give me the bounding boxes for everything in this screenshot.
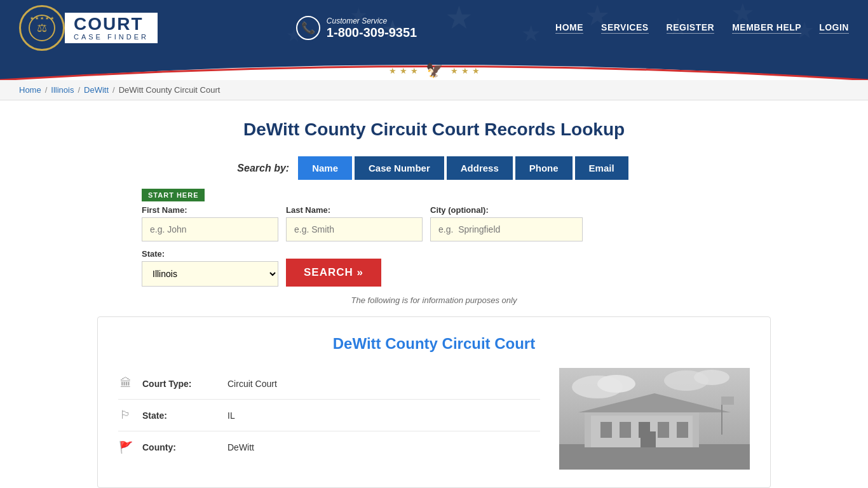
svg-rect-25 [677,422,688,438]
county-row: 🚩 County: DeWitt [118,431,540,463]
county-value: DeWitt [227,442,254,452]
logo-finder-text: CASE FINDER [74,33,149,41]
breadcrumb: Home / Illinois / DeWitt / DeWitt County… [19,85,849,95]
phone-icon: 📞 [296,16,320,40]
phone-number: 1-800-309-9351 [327,25,417,40]
last-name-group: Last Name: [286,205,423,241]
search-form-row: First Name: Last Name: City (optional): … [142,205,726,287]
state-group: State: Illinois Alabama Alaska Arizona A… [142,249,278,287]
courthouse-image [559,368,750,470]
tab-name[interactable]: Name [298,156,352,180]
court-type-label: Court Type: [142,379,219,389]
court-info-table: 🏛 Court Type: Circuit Court 🏳 State: IL … [118,368,540,463]
state-info-value: IL [227,410,235,421]
first-name-group: First Name: [142,205,278,241]
svg-text:⚖: ⚖ [37,22,47,34]
main-content: DeWitt County Circuit Court Records Look… [85,100,783,488]
svg-rect-17 [559,444,750,470]
state-select[interactable]: Illinois Alabama Alaska Arizona Arkansas… [142,261,278,287]
breadcrumb-illinois[interactable]: Illinois [51,85,74,95]
tab-address[interactable]: Address [447,156,513,180]
main-nav: HOME SERVICES REGISTER MEMBER HELP LOGIN [555,22,849,34]
logo-court-text: COURT [74,15,149,33]
search-button[interactable]: SEARCH » [286,259,381,287]
nav-member-help[interactable]: MEMBER HELP [732,22,801,34]
breadcrumb-sep-2: / [78,85,80,95]
logo-text-block: COURT CASE FINDER [65,13,158,43]
svg-rect-24 [658,422,669,438]
search-by-label: Search by: [237,163,289,174]
tab-phone[interactable]: Phone [515,156,573,180]
breadcrumb-sep-1: / [45,85,48,95]
building-icon: 🏛 [118,377,133,390]
info-note: The following is for information purpose… [97,295,771,305]
svg-text:★: ★ [445,0,473,36]
last-name-input[interactable] [286,217,423,241]
start-here-badge: START HERE [142,189,205,201]
state-row: 🏳 State: IL [118,400,540,431]
breadcrumb-home[interactable]: Home [19,85,41,95]
search-section: Search by: Name Case Number Address Phon… [97,156,771,305]
court-type-row: 🏛 Court Type: Circuit Court [118,368,540,400]
county-label: County: [142,442,219,452]
nav-login[interactable]: LOGIN [819,22,849,34]
svg-point-16 [694,370,729,385]
eagle-stars-left: ★★★ [389,66,418,76]
city-label: City (optional): [430,205,583,215]
court-card: DeWitt County Circuit Court 🏛 Court Type… [97,316,771,488]
breadcrumb-bar: Home / Illinois / DeWitt / DeWitt County… [0,80,868,100]
svg-text:★: ★ [521,21,541,46]
breadcrumb-sep-3: / [112,85,115,95]
eagle-area: ★★★ 🦅 ★★★ [389,62,480,79]
site-header: ★ ★ ★ ★ ★ ★ ★ ★ ★ ⚖ ★ ★ ★ ★ ★ COURT CASE… [0,0,868,56]
state-label: State: [142,249,278,259]
court-type-value: Circuit Court [227,379,277,389]
nav-home[interactable]: HOME [555,22,583,34]
court-card-body: 🏛 Court Type: Circuit Court 🏳 State: IL … [118,368,750,470]
svg-rect-22 [620,422,631,438]
breadcrumb-dewitt[interactable]: DeWitt [84,85,109,95]
svg-rect-21 [600,422,612,438]
first-name-input[interactable] [142,217,278,241]
tab-email[interactable]: Email [575,156,628,180]
last-name-label: Last Name: [286,205,423,215]
search-by-row: Search by: Name Case Number Address Phon… [97,156,771,180]
eagle-stars-right: ★★★ [451,66,480,76]
phone-label: Customer Service [327,17,417,25]
city-group: City (optional): [430,205,583,241]
city-input[interactable] [430,217,583,241]
svg-text:★ ★ ★ ★ ★: ★ ★ ★ ★ ★ [30,16,54,20]
first-name-label: First Name: [142,205,278,215]
eagle-icon: 🦅 [426,62,443,79]
nav-register[interactable]: REGISTER [667,22,715,34]
breadcrumb-current: DeWitt County Circuit Court [119,85,220,95]
svg-rect-28 [721,396,734,405]
site-logo[interactable]: ⚖ ★ ★ ★ ★ ★ COURT CASE FINDER [19,5,158,51]
nav-services[interactable]: SERVICES [601,22,649,34]
banner-arch: ★★★ 🦅 ★★★ [0,56,868,80]
tab-case-number[interactable]: Case Number [355,156,444,180]
state-info-label: State: [142,410,219,421]
phone-info: Customer Service 1-800-309-9351 [327,17,417,40]
phone-area: 📞 Customer Service 1-800-309-9351 [296,16,417,40]
flag-icon: 🏳 [118,409,133,422]
svg-rect-26 [641,431,656,447]
court-card-title: DeWitt County Circuit Court [118,335,750,353]
svg-point-14 [597,375,635,393]
map-icon: 🚩 [118,440,133,454]
page-title: DeWitt County Circuit Court Records Look… [97,119,771,140]
logo-circle-icon: ⚖ ★ ★ ★ ★ ★ [19,5,65,51]
